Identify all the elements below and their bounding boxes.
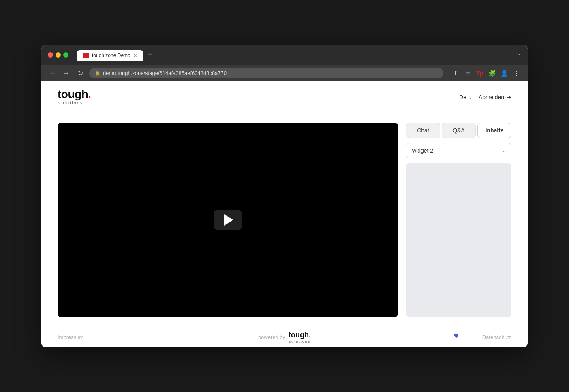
new-tab-button[interactable]: + <box>144 49 156 60</box>
browser-addressbar-row: ← → ↻ 🔒 demo.tough.zone/stage/614afa385a… <box>41 65 528 81</box>
tab-label: tough.zone Demo <box>92 53 130 58</box>
browser-actions: ⬆ ☆ Tp 🧩 👤 ⋮ <box>451 70 521 77</box>
page-content: tough. solutions De ⌄ Abmelden ⇥ <box>41 81 528 347</box>
profile-icon[interactable]: 👤 <box>499 70 509 77</box>
footer-center: powered by tough. solutions <box>258 331 311 343</box>
tab-qa[interactable]: Q&A <box>442 123 476 138</box>
browser-window: tough.zone Demo × + ⌄ ← → ↻ 🔒 demo.tough… <box>41 45 528 347</box>
extension-red-icon[interactable]: Tp <box>475 70 485 77</box>
menu-icon[interactable]: ⋮ <box>511 70 521 77</box>
browser-titlebar: tough.zone Demo × + ⌄ <box>41 45 528 65</box>
tab-favicon <box>83 53 89 58</box>
lang-label: De <box>459 94 466 100</box>
app-header: tough. solutions De ⌄ Abmelden ⇥ <box>41 81 528 113</box>
play-button[interactable] <box>214 210 242 230</box>
puzzle-icon[interactable]: 🧩 <box>487 70 497 77</box>
powered-by-text: powered by <box>258 334 285 340</box>
sidebar-panel: Chat Q&A Inhalte widget 2 ⌄ <box>406 123 511 317</box>
tab-close-button[interactable]: × <box>134 53 137 58</box>
impressum-link[interactable]: Impressum <box>58 334 83 340</box>
traffic-lights <box>48 52 68 58</box>
traffic-light-minimize[interactable] <box>56 52 61 58</box>
heart-icon: ♥ <box>453 330 459 341</box>
widget-label: widget 2 <box>412 147 433 154</box>
tab-chat[interactable]: Chat <box>406 123 440 138</box>
nav-refresh-button[interactable]: ↻ <box>75 69 85 77</box>
browser-expand-button[interactable]: ⌄ <box>516 49 521 60</box>
panel-content-area <box>406 163 511 317</box>
nav-forward-button[interactable]: → <box>62 70 71 77</box>
tab-inhalte[interactable]: Inhalte <box>477 123 511 138</box>
logout-arrow-icon: ⇥ <box>507 94 511 100</box>
logo-sub: solutions <box>58 101 91 105</box>
page-footer: Impressum powered by tough. solutions ♥ … <box>41 327 528 347</box>
lock-icon: 🔒 <box>95 70 101 76</box>
bookmark-icon[interactable]: ☆ <box>463 70 473 77</box>
main-area: Chat Q&A Inhalte widget 2 ⌄ <box>41 113 528 327</box>
video-player[interactable] <box>58 123 398 317</box>
traffic-light-close[interactable] <box>48 52 53 58</box>
widget-dropdown[interactable]: widget 2 ⌄ <box>406 143 511 158</box>
app-header-right: De ⌄ Abmelden ⇥ <box>459 94 511 100</box>
panel-tabs: Chat Q&A Inhalte <box>406 123 511 138</box>
logo-main: tough. <box>58 89 91 100</box>
app-logo: tough. solutions <box>58 89 91 105</box>
footer-logo-sub: solutions <box>289 339 311 343</box>
share-icon[interactable]: ⬆ <box>451 70 460 77</box>
footer-logo: tough. solutions <box>289 331 311 343</box>
browser-tabs: tough.zone Demo × + <box>77 49 511 61</box>
traffic-light-maximize[interactable] <box>63 52 68 58</box>
active-tab[interactable]: tough.zone Demo × <box>77 50 143 61</box>
lang-chevron-icon: ⌄ <box>468 94 472 100</box>
nav-back-button[interactable]: ← <box>48 70 58 77</box>
address-text: demo.tough.zone/stage/614afa385aef6043d3… <box>103 70 227 76</box>
datenschutz-link[interactable]: Datenschutz <box>482 334 511 340</box>
logo-dot: . <box>88 88 91 100</box>
footer-logo-main: tough. <box>289 331 311 339</box>
play-triangle-icon <box>224 214 233 226</box>
language-selector[interactable]: De ⌄ <box>459 94 472 100</box>
dropdown-chevron-icon: ⌄ <box>501 148 505 153</box>
logout-button[interactable]: Abmelden ⇥ <box>479 94 511 100</box>
address-bar[interactable]: 🔒 demo.tough.zone/stage/614afa385aef6043… <box>89 68 443 78</box>
